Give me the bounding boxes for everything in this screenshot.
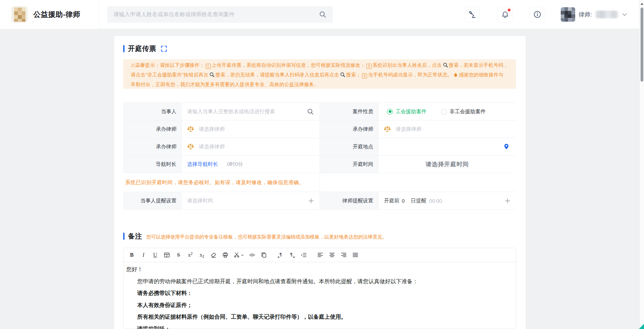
avatar — [561, 7, 575, 22]
editor-paragraph: 请提前到场： — [126, 323, 513, 329]
app-title: 公益援助-律师 — [33, 10, 80, 19]
party-search-icon[interactable] — [307, 108, 314, 115]
info-icon — [533, 10, 542, 19]
court-time-field[interactable]: 请选择开庭时间 — [378, 156, 516, 173]
radio-label: 非工会援助案件 — [450, 108, 486, 115]
case-nature-label: 案件性质 — [320, 103, 378, 120]
step-badge: 3 — [362, 73, 367, 78]
scrollbar-thumb[interactable] — [641, 8, 643, 82]
radio-label: 工会援助案件 — [396, 108, 427, 115]
lawyer-placeholder: 请选择律师 — [396, 126, 421, 132]
location-pin-icon[interactable] — [503, 143, 510, 150]
horizontal-rule-icon — [249, 252, 255, 258]
scrollbar[interactable] — [639, 0, 644, 329]
indent-button[interactable] — [300, 250, 307, 260]
reminder-mid-label: 日提醒 — [411, 198, 426, 204]
clear-format-button[interactable] — [210, 250, 217, 260]
court-place-label: 开庭地点 — [320, 138, 378, 156]
reminder-time-value[interactable]: 00:00 — [429, 198, 442, 204]
party-search-field[interactable]: 请输入当事人完整姓名或电话进行搜索 — [182, 103, 320, 120]
notifications-button[interactable] — [497, 7, 513, 22]
align-left-button[interactable] — [317, 250, 324, 260]
align-center-icon — [329, 252, 335, 258]
svg-text:¶: ¶ — [280, 252, 282, 257]
print-button[interactable] — [222, 250, 229, 260]
summons-form: 当事人 请输入当事人完整姓名或电话进行搜索 案件性质 工会援助案件 非工会援助案… — [123, 103, 516, 210]
search-icon — [209, 72, 215, 80]
radio-icon — [441, 109, 447, 115]
add-party-reminder-button[interactable] — [308, 198, 314, 204]
party-search-placeholder: 请输入当事人完整姓名或电话进行搜索 — [187, 108, 275, 115]
nav-duration-link[interactable]: 选择导航时长 — [187, 161, 218, 168]
lawyer-select-3[interactable]: 请选择律师 — [182, 138, 320, 156]
paste-button[interactable] — [260, 250, 267, 260]
lawyer-label-2: 承办律师 — [320, 120, 378, 138]
paragraph-ltr-button[interactable]: ¶ — [277, 250, 284, 260]
party-reminder-field[interactable]: 请选择时间 — [182, 192, 320, 210]
lawyer-select-1[interactable]: 请选择律师 — [182, 120, 320, 138]
user-menu[interactable]: 律师: — [561, 6, 627, 23]
strikethrough-button[interactable]: S — [175, 250, 182, 260]
editor-body[interactable]: 您好！您申请的劳动仲裁案件已正式排期开庭，开庭时间和地点请查看附件通知。本所特此… — [124, 262, 516, 329]
radio-non-union-aid-case[interactable]: 非工会援助案件 — [441, 108, 486, 115]
nav-duration-label: 导航时长 — [123, 156, 182, 173]
tip-banner: ⚠温馨提示：请按以下步骤操作：1上传开庭传票，系统将自动识别并填写信息，您可根据… — [123, 59, 516, 89]
radio-union-aid-case[interactable]: 工会援助案件 — [387, 108, 427, 115]
user-role-label: 律师: — [579, 11, 592, 19]
party-label: 当事人 — [123, 103, 182, 120]
paragraph-ltr-icon: ¶ — [277, 252, 283, 258]
search-icon[interactable] — [319, 11, 326, 18]
editor-paragraph: 本人有效身份证原件； — [126, 299, 513, 311]
header: 公益援助-律师 请输入申请人姓名或单位名称或律师姓名查询案件 — [0, 0, 639, 29]
global-search-input[interactable]: 请输入申请人姓名或单位名称或律师姓名查询案件 — [107, 6, 333, 23]
main-card: 开庭传票 ⚠温馨提示：请按以下步骤操作：1上传开庭传票，系统将自动识别并填写信息… — [114, 36, 526, 329]
gavel-button[interactable] — [464, 7, 480, 22]
global-search-placeholder: 请输入申请人姓名或单位名称或律师姓名查询案件 — [114, 11, 319, 18]
remark-editor: BIUSx2x2¶¶ 您好！您申请的劳动仲裁案件已正式排期开庭，开庭时间和地点请… — [123, 248, 516, 329]
editor-toolbar: BIUSx2x2¶¶ — [124, 248, 516, 262]
user-name-redacted — [595, 11, 618, 18]
chevron-down-icon — [241, 254, 244, 257]
editor-paragraph: 您申请的劳动仲裁案件已正式排期开庭，开庭时间和地点请查看附件通知。本所特此提醒，… — [126, 276, 513, 288]
cut-icon — [234, 252, 240, 258]
scale-icon — [187, 126, 194, 132]
nav-duration-field: 选择导航时长 0时0分 — [182, 156, 320, 173]
lawyer-label-1: 承办律师 — [123, 120, 182, 138]
bold-button[interactable]: B — [128, 250, 135, 260]
align-justify-button[interactable] — [352, 250, 359, 260]
cut-button[interactable] — [234, 250, 244, 260]
expand-icon[interactable] — [160, 45, 168, 52]
lawyer-reminder-label: 律师提醒设置 — [320, 192, 378, 210]
paste-icon — [261, 252, 267, 258]
align-left-icon — [317, 252, 323, 258]
paragraph-rtl-button[interactable]: ¶ — [289, 250, 296, 260]
pray-icon — [453, 72, 458, 80]
underline-button[interactable]: U — [152, 250, 159, 260]
reminder-days-value[interactable]: 0 — [402, 198, 405, 204]
align-right-icon — [341, 252, 347, 258]
add-lawyer-reminder-button[interactable] — [505, 198, 511, 204]
superscript-button[interactable]: x2 — [187, 250, 194, 260]
search-icon — [340, 72, 345, 80]
editor-paragraph: 您好！ — [126, 264, 513, 276]
align-center-button[interactable] — [329, 250, 335, 260]
nav-duration-value: 0时0分 — [227, 161, 243, 168]
court-time-placeholder: 请选择开庭时间 — [426, 160, 469, 168]
notification-dot — [508, 9, 511, 11]
lawyer-select-2[interactable]: 请选择律师 — [378, 120, 516, 138]
subscript-button[interactable]: x2 — [198, 250, 205, 260]
info-button[interactable] — [529, 7, 545, 22]
app-logo — [11, 6, 28, 23]
lawyer-label-3: 承办律师 — [123, 138, 182, 156]
insert-table-button[interactable] — [163, 250, 170, 260]
title-accent-bar — [123, 233, 125, 240]
scroll-up-arrow[interactable] — [641, 3, 643, 5]
horizontal-rule-button[interactable] — [249, 250, 256, 260]
notice-row-empty — [320, 173, 516, 192]
scale-icon — [187, 143, 194, 150]
italic-button[interactable]: I — [140, 250, 147, 260]
lawyer-reminder-field[interactable]: 开庭前 0 日提醒 00:00 — [378, 192, 516, 210]
step-badge: 1 — [206, 64, 211, 69]
court-place-field[interactable] — [378, 138, 516, 156]
align-right-button[interactable] — [340, 250, 347, 260]
